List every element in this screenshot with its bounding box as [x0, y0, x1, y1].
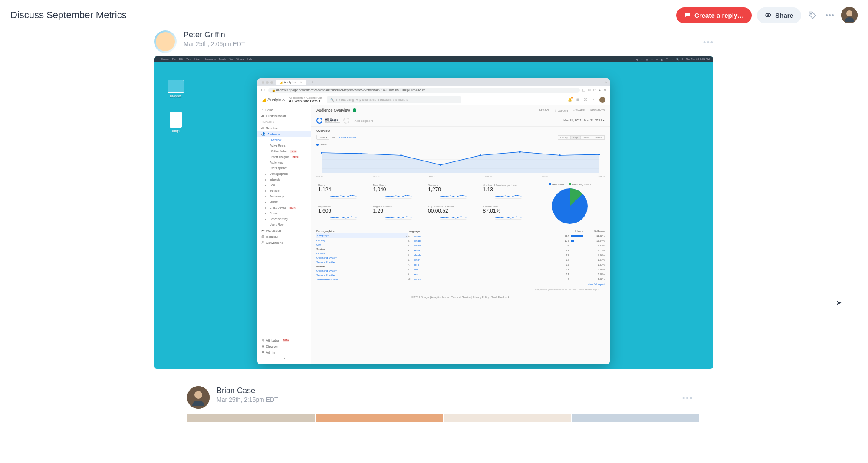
nav-active-users: Active Users — [257, 143, 311, 148]
svg-point-11 — [321, 152, 322, 154]
chart-legend-users: Users — [320, 143, 327, 146]
more-vert-icon: ⋮ — [592, 98, 595, 102]
nav-realtime: ▸◉Realtime — [257, 125, 311, 131]
nav-discover: ◉Discover — [257, 343, 311, 349]
apps-icon: ⊞ — [576, 98, 579, 102]
ga-search: 🔍 Try searching “Any anomalies in sessio… — [327, 96, 461, 103]
user-avatar[interactable] — [841, 7, 858, 23]
view-full-report-link: view full report — [408, 281, 605, 287]
svg-point-4 — [829, 14, 831, 16]
create-reply-button[interactable]: Create a reply… — [676, 7, 752, 23]
nav-behavior-main: ▸▥Behavior — [257, 233, 311, 240]
nav-geo: ▸Geo — [257, 182, 311, 188]
svg-point-17 — [559, 154, 561, 156]
screenshot-attachment[interactable]: ChromeFileEdit ViewHistoryBookmarks Peop… — [154, 56, 713, 369]
ga-sidebar: ⌂Home ▸▦Customization REPORTS ▸◉Realtime… — [257, 105, 311, 364]
nav-behavior: ▸Behavior — [257, 188, 311, 194]
avatar-icon — [841, 7, 858, 23]
dots-icon — [825, 14, 834, 16]
nav-conversions: ▸⚐Conversions — [257, 240, 311, 246]
nav-attribution: ℚAttributionBETA — [257, 337, 311, 343]
svg-point-16 — [519, 151, 521, 153]
nav-acquisition: ▸▸•Acquisition — [257, 227, 311, 233]
svg-point-14 — [440, 164, 441, 166]
page-title: Discuss September Metrics — [10, 10, 127, 21]
nav-users-flow: Users Flow — [257, 222, 311, 227]
browser-window: ◢Analytics× + × ‹› 🔒 analytics.google.co… — [257, 78, 610, 364]
window-controls — [262, 81, 273, 84]
nav-interests: ▸Interests — [257, 177, 311, 182]
ga-footer: © 2021 Google | Analytics Home | Terms o… — [311, 294, 610, 300]
message-timestamp: Mar 25th, 2:06pm EDT — [184, 40, 245, 47]
ga-avatar — [599, 97, 605, 103]
nav-lifetime-value: Lifetime ValueBETA — [257, 148, 311, 154]
eye-icon — [765, 12, 772, 19]
dimension-list: DemographicsLanguageCountryCitySystemBro… — [316, 229, 408, 287]
bell-icon: 🔔 — [568, 98, 572, 102]
ga-view-name: All Web Site Data — [289, 99, 318, 103]
segment-all-users: All Users — [325, 118, 340, 121]
nav-user-explorer: User Explorer — [257, 165, 311, 171]
nav-technology: ▸Technology — [257, 194, 311, 199]
nav-audiences: Audiences — [257, 160, 311, 165]
nav-audience: ▾👤Audience — [257, 131, 311, 137]
tag-icon-button[interactable] — [806, 9, 819, 21]
reply-media-preview[interactable] — [187, 414, 699, 422]
nav-home: ⌂Home — [257, 107, 311, 113]
users-line-chart — [316, 147, 605, 173]
nav-mobile: ▸Mobile — [257, 199, 311, 205]
desktop-folder-dropbox: Dropbox — [165, 80, 186, 98]
share-button[interactable]: Share — [757, 7, 801, 23]
create-reply-label: Create a reply… — [694, 12, 744, 19]
svg-point-29 — [194, 391, 202, 399]
add-segment: + Add Segment — [352, 119, 373, 122]
verified-icon — [353, 108, 356, 112]
ga-logo: ◢Analytics — [262, 97, 285, 103]
share-label: Share — [775, 12, 793, 19]
chat-icon — [684, 12, 691, 19]
svg-point-13 — [400, 154, 402, 156]
mac-clock: Thu Mar 25 2:06 PM — [686, 58, 710, 61]
svg-point-7 — [846, 10, 852, 16]
nav-benchmarking: ▸Benchmarking — [257, 216, 311, 222]
nav-cohort: Cohort AnalysisBETA — [257, 154, 311, 160]
author-name[interactable]: Brian Casel — [217, 386, 278, 395]
nav-custom: ▸Custom — [257, 210, 311, 216]
browser-tab: ◢Analytics× — [276, 80, 306, 85]
nav-overview: Overview — [257, 137, 311, 143]
visitor-pie-chart — [551, 187, 589, 225]
new-tab-button: + — [309, 81, 316, 84]
svg-point-12 — [360, 153, 362, 154]
svg-point-18 — [598, 154, 600, 155]
language-table: 1.en-us71463.52%2.en-gb17615.64%3.en-ca2… — [408, 233, 605, 281]
author-name[interactable]: Peter Griffin — [184, 30, 245, 39]
nav-admin: ⚙Admin — [257, 349, 311, 355]
url-bar: 🔒 analytics.google.com/analytics/web/?au… — [268, 88, 580, 93]
author-avatar[interactable] — [187, 386, 210, 409]
svg-point-1 — [767, 14, 769, 16]
avatar-icon — [187, 386, 210, 409]
more-button[interactable] — [824, 9, 836, 21]
message-more-button[interactable]: ••• — [703, 38, 714, 47]
help-icon: ⓘ — [584, 97, 587, 102]
svg-point-2 — [810, 13, 812, 14]
nav-cross-device: ▸Cross DeviceBETA — [257, 205, 311, 210]
svg-point-5 — [832, 14, 834, 16]
report-title: Audience Overview — [316, 108, 350, 112]
nav-customization: ▸▦Customization — [257, 113, 311, 119]
date-range: Mar 18, 2021 - Mar 24, 2021 — [563, 119, 602, 122]
cursor-icon: ➤ — [836, 299, 842, 307]
svg-point-3 — [826, 14, 828, 16]
tag-icon — [808, 11, 817, 20]
author-avatar[interactable] — [154, 30, 177, 53]
message-more-button[interactable]: ••• — [682, 394, 693, 403]
ga-main: Audience Overview 🖫 SAVE ⇩ EXPORT < SHAR… — [311, 105, 610, 364]
desktop-file-script: script — [165, 112, 186, 132]
report-generated-note: This report was generated on 3/25/21 at … — [316, 287, 605, 292]
svg-point-15 — [480, 154, 481, 156]
metrics-grid: Users1,124New Users1,040Sessions1,270Num… — [316, 183, 535, 225]
nav-reports-header: REPORTS — [257, 119, 311, 125]
nav-demographics: ▸Demographics — [257, 171, 311, 177]
message-timestamp: Mar 25th, 2:15pm EDT — [217, 396, 278, 403]
overview-label: Overview — [311, 127, 610, 133]
